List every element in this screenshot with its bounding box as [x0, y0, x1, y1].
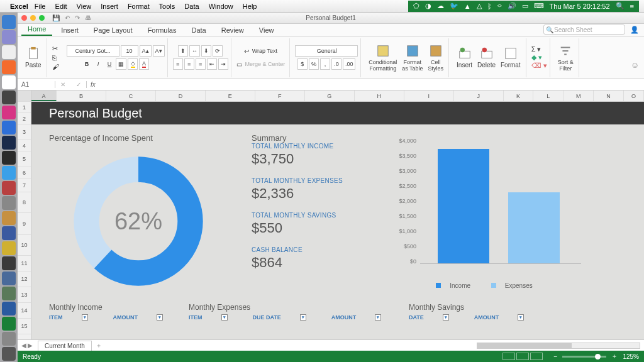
col-header[interactable]: B [57, 90, 106, 101]
orientation-button[interactable]: ⟳ [213, 45, 223, 57]
row-header[interactable]: 13 [18, 287, 31, 303]
fmt-painter-icon[interactable]: 🖌 [52, 63, 59, 70]
dec-dec-button[interactable]: .00 [343, 58, 356, 70]
cell-styles-button[interactable]: Cell Styles [426, 43, 447, 73]
currency-button[interactable]: $ [297, 58, 308, 70]
filter-icon[interactable]: ▾ [82, 314, 88, 321]
align-top-button[interactable]: ⬆ [178, 45, 188, 57]
dock-settings[interactable] [2, 332, 16, 346]
accept-formula-icon[interactable]: ✓ [76, 81, 81, 88]
menu-insert[interactable]: Insert [101, 3, 118, 10]
border-button[interactable]: ▦ [116, 58, 126, 70]
align-left-button[interactable]: ≡ [173, 58, 183, 70]
zoom-level[interactable]: 125% [623, 353, 639, 360]
font-name-select[interactable]: Century Got... [67, 45, 119, 57]
row-header[interactable]: 10 [18, 235, 31, 256]
volume-icon[interactable]: 🔊 [508, 2, 516, 10]
dock-firefox[interactable] [2, 60, 16, 74]
row-header[interactable]: 9 [18, 213, 31, 235]
wrap-text-button[interactable]: Wrap Text [250, 45, 279, 57]
dock-vbox[interactable] [2, 272, 16, 285]
inc-dec-button[interactable]: .0 [331, 58, 341, 70]
zoom-out-button[interactable]: − [554, 353, 558, 360]
tab-review[interactable]: Review [215, 25, 250, 36]
dock-excel[interactable] [2, 317, 16, 331]
dock-app9[interactable] [2, 256, 16, 270]
underline-button[interactable]: U [104, 58, 114, 70]
close-button[interactable] [21, 15, 27, 21]
sheet-next-icon[interactable]: ▶ [28, 342, 33, 349]
align-right-button[interactable]: ≡ [196, 58, 206, 70]
filter-icon[interactable]: ▾ [375, 314, 381, 321]
delete-cells-button[interactable]: Delete [475, 45, 498, 70]
filter-icon[interactable]: ▾ [518, 314, 524, 321]
align-center-button[interactable]: ≡ [184, 58, 194, 70]
indent-dec-button[interactable]: ⇤ [207, 58, 217, 70]
tab-data[interactable]: Data [185, 25, 212, 36]
fx-label[interactable]: fx [87, 81, 96, 88]
wifi-icon[interactable]: ⌔ [497, 3, 502, 10]
comma-button[interactable]: , [320, 58, 330, 70]
sheet-canvas[interactable]: Personal Budget Percentage of Income Spe… [31, 102, 644, 339]
dock-app4[interactable] [2, 181, 16, 195]
keyboard-icon[interactable]: ⌨ [534, 2, 544, 10]
shrink-font-button[interactable]: A▾ [153, 45, 165, 57]
insert-cells-button[interactable]: Insert [454, 45, 475, 70]
row-header[interactable]: 15 [18, 319, 31, 334]
share-icon[interactable]: 👤 [629, 24, 640, 35]
zoom-button[interactable] [39, 15, 45, 21]
filter-icon[interactable]: ▾ [443, 314, 449, 321]
row-header[interactable]: 5 [18, 151, 31, 167]
dock-app5[interactable] [2, 196, 16, 210]
row-header[interactable]: 2 [18, 113, 31, 124]
col-header[interactable]: H [355, 90, 404, 101]
row-header[interactable]: 1 [18, 102, 31, 113]
fill-button[interactable]: ◆ ▾ [531, 53, 547, 62]
indent-inc-button[interactable]: ⇥ [218, 58, 228, 70]
name-box[interactable]: A1 [18, 81, 55, 88]
app-icon[interactable]: ▲ [464, 3, 471, 10]
add-sheet-button[interactable]: ＋ [96, 341, 102, 350]
sort-filter-button[interactable]: Sort & Filter [555, 43, 576, 73]
format-cells-button[interactable]: Format [498, 45, 523, 70]
dock-finder[interactable] [2, 15, 16, 29]
row-header[interactable]: 4 [18, 140, 31, 151]
dock-app8[interactable] [2, 241, 16, 255]
save-icon[interactable]: 💾 [52, 14, 60, 21]
col-header[interactable]: A [31, 90, 57, 101]
bluetooth-icon[interactable]: ᛒ [487, 3, 492, 10]
dock-chrome[interactable] [2, 75, 16, 89]
autosum-button[interactable]: Σ ▾ [531, 45, 547, 53]
sheet-tab-current[interactable]: Current Month [38, 341, 92, 351]
col-header[interactable]: G [305, 90, 355, 101]
view-buttons[interactable] [502, 353, 543, 360]
col-header[interactable]: K [504, 90, 534, 101]
row-header[interactable]: 11 [18, 256, 31, 272]
filter-icon[interactable]: ▾ [157, 314, 163, 321]
menu-window[interactable]: Window [209, 3, 233, 10]
col-header[interactable]: J [454, 90, 504, 101]
dock-music[interactable] [2, 106, 16, 119]
filter-icon[interactable]: ▾ [221, 314, 228, 321]
menu-edit[interactable]: Edit [55, 3, 67, 10]
tab-insert[interactable]: Insert [55, 25, 85, 36]
col-header[interactable]: M [564, 90, 594, 101]
row-header[interactable]: 7 [18, 178, 31, 192]
row-header[interactable]: 12 [18, 272, 31, 287]
col-header[interactable]: C [106, 90, 156, 101]
col-header[interactable]: N [594, 90, 624, 101]
menu-data[interactable]: Data [184, 3, 199, 10]
col-header[interactable]: F [255, 90, 305, 101]
dock-app1[interactable] [2, 30, 16, 44]
dock-app2[interactable] [2, 45, 16, 59]
dock-app10[interactable] [2, 287, 16, 300]
font-color-button[interactable]: A [139, 58, 149, 70]
col-header[interactable]: L [533, 90, 564, 101]
dock-appstore[interactable] [2, 121, 16, 134]
dock-app7[interactable] [2, 226, 16, 240]
col-header[interactable]: I [404, 90, 454, 101]
twitter-icon[interactable]: 🐦 [450, 2, 458, 10]
tab-pagelayout[interactable]: Page Layout [87, 25, 139, 36]
onedrive-icon[interactable]: ◑ [425, 2, 431, 10]
font-size-select[interactable]: 10 [121, 45, 138, 57]
